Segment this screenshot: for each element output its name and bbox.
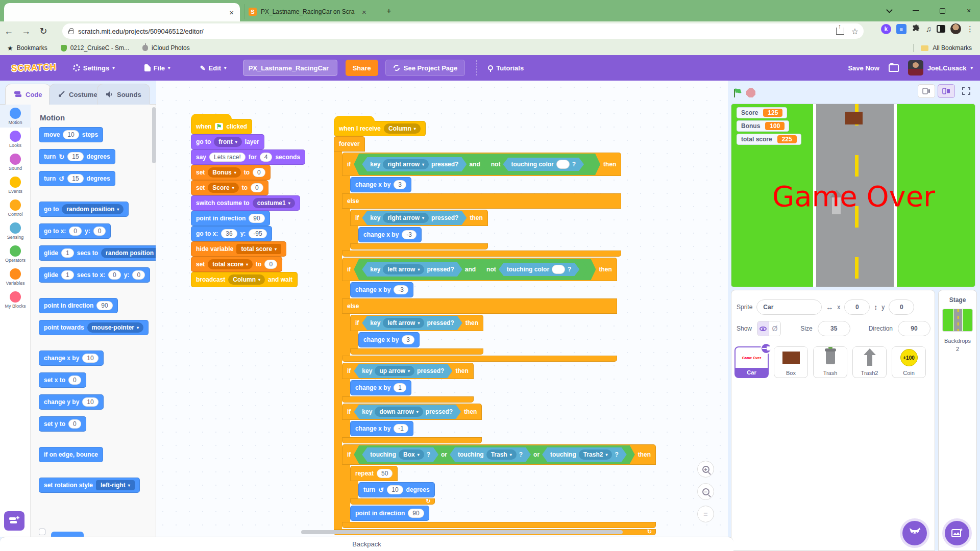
number-input[interactable]: 0 [132, 270, 145, 280]
number-input[interactable]: 4 [260, 153, 273, 162]
boolean-block[interactable]: touching color? [503, 158, 584, 171]
stack-block[interactable]: change x by1 [350, 380, 411, 395]
sprite-thumbnail-trash[interactable]: Trash [813, 346, 847, 378]
tab-search-icon[interactable] [878, 0, 900, 21]
small-stage-button[interactable] [918, 84, 935, 98]
number-input[interactable]: 3 [394, 180, 406, 189]
stack-block[interactable]: point towardsmouse-pointer▾ [39, 320, 149, 335]
sprite-name-input[interactable] [756, 299, 822, 315]
stack-block[interactable]: go to x:36y:-95 [191, 226, 272, 241]
dropdown-field[interactable]: right arrow▾ [383, 213, 429, 223]
boolean-block[interactable]: keyleft arrow▾pressed?andnottouching col… [354, 259, 596, 280]
book-extension-icon[interactable]: ≡ [896, 24, 906, 34]
settings-menu[interactable]: Settings▾ [66, 55, 122, 81]
file-menu[interactable]: File▾ [137, 55, 178, 81]
number-input[interactable]: -3 [402, 230, 416, 239]
block-header[interactable]: ifkeyup arrow▾pressed?then [342, 363, 474, 379]
zoom-out-button[interactable]: − [697, 483, 714, 500]
number-input[interactable]: 3 [402, 335, 414, 344]
block-header[interactable]: ifkeyleft arrow▾pressed?then [350, 315, 483, 331]
stack-block[interactable]: glide1secs torandom position▾ [39, 245, 156, 261]
show-sprite-button[interactable] [757, 321, 769, 336]
number-input[interactable]: -95 [249, 229, 266, 238]
c-block[interactable]: ifkeydown arrow▾pressed?thenchange x by-… [342, 404, 482, 443]
number-input[interactable]: -1 [394, 424, 408, 433]
number-input[interactable]: 50 [377, 469, 393, 478]
extensions-puzzle-icon[interactable] [912, 24, 921, 34]
share-page-icon[interactable] [836, 28, 844, 35]
stack-block[interactable]: turn↻15degrees [39, 149, 115, 164]
bookmark-icloud[interactable]: iCloud Photos [142, 44, 190, 52]
stack-block[interactable]: glide1secs to x:0y:0 [39, 267, 150, 283]
sprite-thumbnail-coin[interactable]: +100Coin [892, 346, 926, 378]
block-header[interactable]: iftouchingBox▾?ortouchingTrash▾?ortouchi… [342, 444, 656, 465]
number-input[interactable]: 0 [93, 227, 106, 236]
dropdown-field[interactable]: costume1▾ [253, 198, 295, 208]
code-horizontal-scrollbar[interactable] [301, 530, 623, 534]
boolean-block[interactable]: keyup arrow▾pressed? [354, 364, 452, 378]
category-control[interactable]: Control [0, 196, 31, 219]
number-input[interactable]: 15 [67, 152, 83, 161]
dropdown-field[interactable]: random position▾ [101, 248, 156, 258]
stack-block[interactable]: go torandom position▾ [39, 202, 129, 217]
bookmark-cruise[interactable]: 0212_CruiseC - Sm... [61, 44, 129, 52]
block-script[interactable]: when⚑clickedgo tofront▾layersayLets race… [191, 113, 305, 287]
stack-block[interactable]: change x by-3 [350, 282, 413, 297]
stack-block[interactable]: setScore▾to0 [191, 180, 268, 195]
number-input[interactable]: 1 [394, 383, 406, 392]
stack-block[interactable]: change x by10 [39, 350, 104, 366]
block-header[interactable]: repeat50 [350, 466, 398, 481]
number-input[interactable]: 90 [249, 214, 264, 223]
stack-block[interactable]: point in direction90 [350, 506, 429, 521]
boolean-block[interactable]: keyleft arrow▾pressed? [362, 262, 462, 277]
category-looks[interactable]: Looks [0, 128, 31, 151]
dropdown-field[interactable]: right arrow▾ [383, 159, 429, 169]
close-tab-icon[interactable]: × [229, 9, 234, 16]
stack-block[interactable]: move10steps [39, 127, 103, 142]
dropdown-field[interactable]: front▾ [214, 137, 241, 147]
number-input[interactable]: 1 [61, 248, 74, 258]
text-input[interactable]: Lets race! [209, 153, 246, 162]
all-bookmarks-button[interactable]: All Bookmarks [913, 44, 972, 52]
stack-block[interactable]: if on edge, bounce [39, 447, 103, 462]
c-block[interactable]: ifkeyright arrow▾pressed?thenchange x by… [350, 210, 488, 249]
stack-block[interactable]: change y by10 [39, 394, 104, 410]
block-header[interactable]: ifkeyleft arrow▾pressed?andnottouching c… [342, 258, 617, 281]
refresh-icon[interactable]: ↻ [35, 26, 52, 37]
stack-block[interactable]: point in direction90 [191, 211, 270, 226]
zoom-reset-button[interactable]: = [697, 506, 714, 522]
dropdown-field[interactable]: up arrow▾ [375, 366, 414, 376]
backpack-drawer[interactable]: Backpack [0, 537, 733, 551]
kami-extension-icon[interactable]: k [881, 24, 891, 34]
edit-menu[interactable]: ✎ Edit▾ [193, 55, 234, 81]
delete-sprite-button[interactable] [761, 343, 772, 354]
sidebar-icon[interactable] [937, 25, 945, 33]
block-header[interactable]: ifkeydown arrow▾pressed?then [342, 404, 482, 420]
bookmark-star-icon[interactable]: ☆ [851, 27, 859, 36]
boolean-block[interactable]: keydown arrow▾pressed? [354, 405, 461, 419]
sprite-direction-input[interactable] [898, 321, 930, 336]
zoom-in-button[interactable]: + [697, 461, 714, 478]
minimize-button[interactable] [904, 0, 927, 21]
c-block[interactable]: ifkeyup arrow▾pressed?thenchange x by1 [342, 363, 474, 403]
dropdown-field[interactable]: Box▾ [399, 449, 424, 460]
boolean-block[interactable]: touching color? [499, 263, 580, 276]
boolean-block[interactable]: touchingTrash▾? [450, 447, 531, 462]
number-input[interactable]: 15 [67, 174, 83, 183]
hat-block[interactable]: when I receiveColumn▾ [334, 121, 426, 136]
number-input[interactable]: 0 [253, 168, 265, 177]
browser-tab-blank[interactable]: × [4, 3, 240, 21]
stack-block[interactable]: change x by3 [350, 177, 411, 192]
number-input[interactable]: 36 [221, 229, 237, 238]
boolean-block[interactable]: touchingTrash2▾? [542, 447, 627, 462]
lock-icon[interactable] [68, 30, 74, 34]
number-input[interactable]: 1 [61, 270, 74, 280]
stage-selector-panel[interactable]: Stage Backdrops 2 [938, 290, 977, 551]
number-input[interactable]: 0 [108, 270, 121, 280]
account-menu[interactable]: JoeLCusack▾ [908, 60, 973, 76]
stack-block[interactable]: change x by-3 [358, 227, 422, 242]
tab-code[interactable]: Code [5, 84, 51, 105]
stack-block[interactable]: change x by3 [358, 332, 420, 347]
stack-block[interactable]: broadcastColumn▾and wait [191, 272, 298, 287]
number-input[interactable]: -3 [394, 285, 408, 294]
